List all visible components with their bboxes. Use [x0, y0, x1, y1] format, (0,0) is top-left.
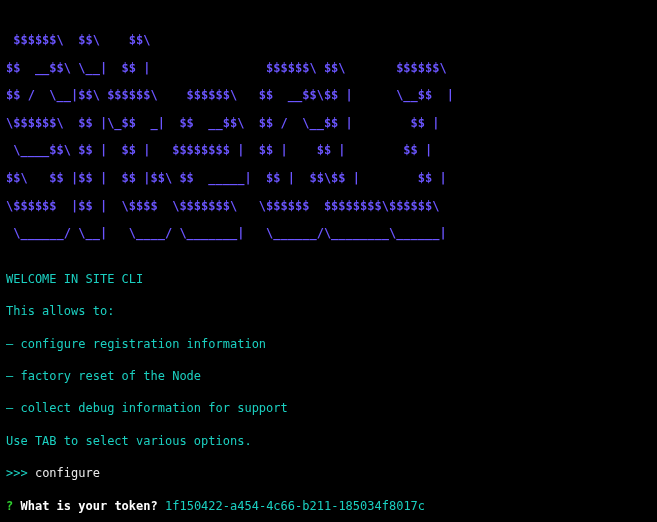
allows-line: This allows to:: [6, 303, 651, 319]
tab-hint: Use TAB to select various options.: [6, 433, 651, 449]
q-token: ? What is your token? 1f150422-a454-4c66…: [6, 498, 651, 514]
bullet-configure: – configure registration information: [6, 336, 651, 352]
prompt-symbol: >>>: [6, 466, 35, 480]
ascii-art-banner: $$$$$$\ $$\ $$\ $$ __$$\ \__| $$ | $$$$$…: [6, 20, 651, 255]
welcome-line: WELCOME IN SITE CLI: [6, 271, 651, 287]
command-configure: configure: [35, 466, 100, 480]
prompt-line[interactable]: >>> configure: [6, 465, 651, 481]
bullet-factory-reset: – factory reset of the Node: [6, 368, 651, 384]
bullet-debug: – collect debug information for support: [6, 400, 651, 416]
terminal-output: $$$$$$\ $$\ $$\ $$ __$$\ \__| $$ | $$$$$…: [0, 0, 657, 522]
